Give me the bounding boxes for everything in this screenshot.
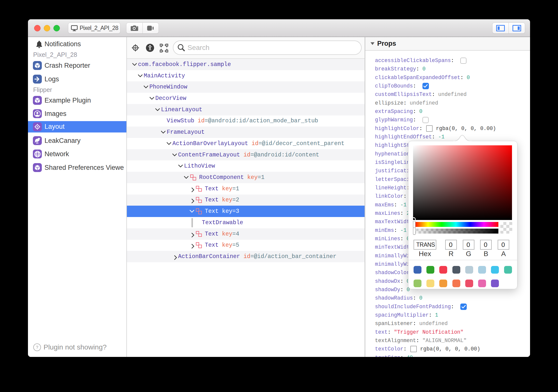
svg-text:?: ?	[36, 345, 38, 350]
